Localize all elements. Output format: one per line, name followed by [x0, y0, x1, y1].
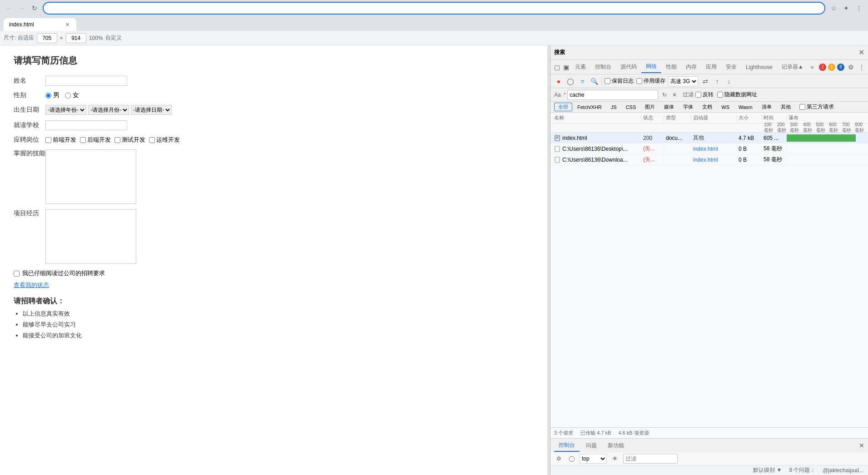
menu-button[interactable]: ⋮	[853, 3, 864, 14]
throttle-select[interactable]: 高速 3G	[668, 76, 698, 86]
filter-css[interactable]: CSS	[622, 104, 640, 111]
filter-other[interactable]: 其他	[777, 103, 795, 111]
filter-font[interactable]: 字体	[679, 103, 697, 111]
tab-memory[interactable]: 内存	[681, 61, 701, 73]
devtools-settings-button[interactable]: ⚙	[846, 63, 855, 72]
bottom-tab-console[interactable]: 控制台	[554, 440, 580, 452]
tab-recorder[interactable]: 记录器▲	[777, 61, 808, 73]
filter-doc[interactable]: 文档	[698, 103, 716, 111]
default-level: 默认级别 ▼	[753, 466, 782, 474]
day-select[interactable]: -请选择日期-	[131, 105, 172, 115]
refresh-search-button[interactable]: ↻	[660, 90, 669, 99]
filter-fetch-xhr[interactable]: Fetch/XHR	[573, 104, 606, 111]
table-row[interactable]: C:\Users\86136\Desktop\... (失... index.h…	[551, 143, 868, 154]
console-eye-button[interactable]: 👁	[610, 454, 620, 463]
reverse-checkbox[interactable]: 反转	[695, 91, 714, 99]
devtools-more-tabs[interactable]: »	[808, 62, 817, 72]
job-frontend[interactable]: 前端开发	[45, 136, 76, 144]
filter-js[interactable]: JS	[607, 104, 621, 111]
year-select[interactable]: -请选择年份-	[45, 105, 86, 115]
row-status-2: (失...	[641, 145, 664, 153]
status-link[interactable]: 查看我的状态	[14, 282, 49, 288]
context-select[interactable]: top	[580, 454, 607, 464]
skills-textarea[interactable]	[45, 149, 136, 204]
filter-ws[interactable]: WS	[717, 104, 734, 111]
disable-cache-checkbox[interactable]: 停用缓存	[636, 77, 665, 85]
network-search-input[interactable]	[567, 90, 658, 100]
table-row[interactable]: index.html 200 docu... 其他 4.7 kB 605 ...	[551, 133, 868, 143]
tab-close-button[interactable]: ✕	[64, 21, 71, 28]
school-input[interactable]	[45, 120, 127, 130]
name-input[interactable]	[45, 76, 127, 86]
clear-search-button[interactable]: ✕	[670, 90, 679, 99]
recruiter-title: 请招聘者确认：	[14, 297, 341, 306]
bookmark-button[interactable]: ☆	[828, 3, 839, 14]
tab-security[interactable]: 安全	[721, 61, 741, 73]
filter-all[interactable]: 全部	[554, 103, 572, 111]
bottom-tab-new[interactable]: 新功能	[603, 440, 629, 451]
tab-title: index.html	[9, 21, 61, 28]
agree-checkbox-label[interactable]: 我已仔细阅读过公司的招聘要求	[14, 269, 341, 277]
third-party-checkbox[interactable]: 第三方请求	[799, 103, 834, 111]
gender-male-option[interactable]: 男	[45, 91, 60, 99]
network-rows: index.html 200 docu... 其他 4.7 kB 605 ...	[551, 133, 868, 427]
table-row[interactable]: C:\Users\86136\Downloa... (失... index.ht…	[551, 154, 868, 165]
filter-manifest[interactable]: 清单	[758, 103, 776, 111]
job-devops-checkbox[interactable]	[149, 137, 155, 143]
filter-media[interactable]: 媒体	[660, 103, 678, 111]
import-button[interactable]: ↑	[713, 77, 722, 86]
job-devops[interactable]: 运维开发	[149, 136, 180, 144]
hide-data-url-checkbox[interactable]: 隐藏数据网址	[717, 91, 757, 99]
project-textarea[interactable]	[45, 209, 136, 264]
export-button[interactable]: ↓	[724, 77, 734, 86]
job-test-checkbox[interactable]	[114, 137, 120, 143]
devtools-bottom-tabs: 控制台 问题 新功能 ✕	[551, 439, 868, 452]
month-select[interactable]: -请选择月份-	[88, 105, 129, 115]
tab-lighthouse[interactable]: Lighthouse	[741, 62, 777, 72]
url-bar[interactable]: localhost:8080/index.html	[43, 2, 825, 15]
console-filter-input[interactable]	[623, 454, 678, 464]
console-settings-button[interactable]: ⚙	[554, 454, 563, 463]
devtools-dock-button[interactable]: ▢	[552, 63, 561, 72]
devtools-search-header: 搜索 ✕	[551, 45, 868, 60]
browser-actions: ☆ ✦ ⋮	[828, 3, 864, 14]
devtools-close-button[interactable]: ✕	[858, 48, 864, 57]
clear-button[interactable]: ◯	[566, 77, 575, 86]
job-backend-checkbox[interactable]	[80, 137, 86, 143]
bottom-close-button[interactable]: ✕	[859, 442, 864, 449]
job-test[interactable]: 测试开发	[114, 136, 145, 144]
gender-female-radio[interactable]	[65, 93, 71, 99]
gender-male-radio[interactable]	[45, 93, 51, 99]
birthday-row: 出生日期 -请选择年份- -请选择月份- -请选择日期-	[14, 105, 341, 115]
tab-console[interactable]: 控制台	[590, 61, 616, 73]
url-input[interactable]: localhost:8080/index.html	[48, 5, 820, 12]
height-input[interactable]: 914	[66, 33, 86, 43]
tab-application[interactable]: 应用	[701, 61, 721, 73]
filter-button[interactable]: ▿	[578, 77, 587, 86]
tab-performance[interactable]: 性能	[661, 61, 681, 73]
record-button[interactable]: ●	[554, 77, 563, 86]
row-time-1: 605 ...	[762, 135, 787, 141]
preserve-log-checkbox[interactable]: 保留日志	[605, 77, 634, 85]
reload-button[interactable]: ↻	[29, 3, 40, 14]
forward-button[interactable]: →	[16, 3, 27, 14]
filter-img[interactable]: 图片	[641, 103, 659, 111]
gender-female-option[interactable]: 女	[65, 91, 79, 99]
filter-wasm[interactable]: Wasm	[734, 104, 757, 111]
tab-sources[interactable]: 源代码	[616, 61, 641, 73]
devtools-undock-button[interactable]: ▣	[561, 63, 570, 72]
job-frontend-checkbox[interactable]	[45, 137, 51, 143]
active-tab[interactable]: index.html ✕	[4, 18, 76, 31]
devtools-menu-button[interactable]: ⋮	[857, 63, 866, 72]
search-network-button[interactable]: 🔍	[590, 77, 599, 86]
tab-network[interactable]: 网络	[641, 61, 661, 73]
width-input[interactable]: 705	[37, 33, 57, 43]
bottom-tab-issues[interactable]: 问题	[581, 440, 601, 451]
job-backend[interactable]: 后端开发	[80, 136, 111, 144]
network-conditions-button[interactable]: ⇄	[701, 77, 710, 86]
back-button[interactable]: ←	[4, 3, 15, 14]
console-clear-button[interactable]: ◯	[567, 454, 576, 463]
tab-elements[interactable]: 元素	[570, 61, 590, 73]
agree-checkbox[interactable]	[14, 271, 20, 277]
star-button[interactable]: ✦	[841, 3, 852, 14]
